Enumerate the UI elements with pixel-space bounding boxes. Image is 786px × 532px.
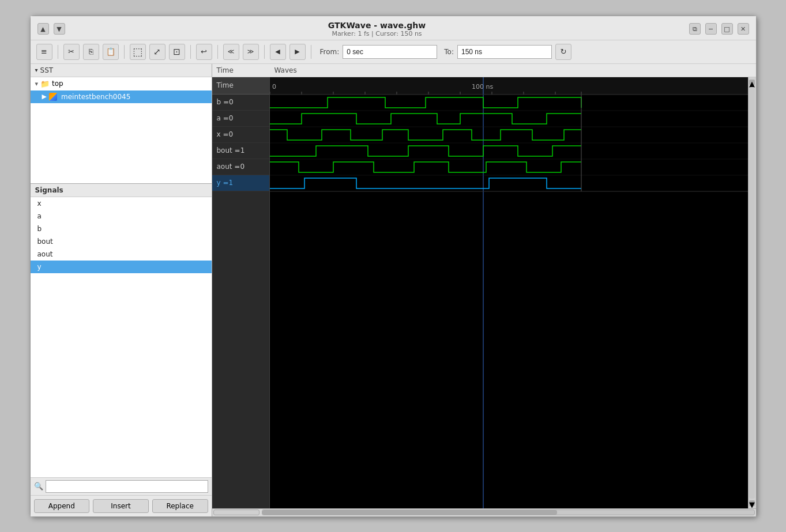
signals-panel-label: Time: [217, 65, 274, 76]
sig-label-bout: bout =1: [212, 143, 269, 159]
to-label: To:: [444, 48, 454, 56]
waves-svg: 0 100 ns: [270, 77, 748, 508]
signal-a[interactable]: a: [31, 210, 212, 222]
sig-label-x: x =0: [212, 127, 269, 143]
time-col-header: Time: [212, 77, 269, 95]
toolbar-sep-5: [264, 45, 265, 59]
search-icon: 🔍: [34, 482, 43, 491]
sig-label-aout: aout =0: [212, 159, 269, 175]
from-input[interactable]: [343, 45, 437, 59]
select-all-btn[interactable]: ⬚: [130, 44, 146, 60]
window-title: GTKWave - wave.ghw: [65, 21, 689, 30]
toolbar: ≡ ✂ ⎘ 📋 ⬚ ⤢ ⊡ ↩ ≪ ≫ ◀ ▶ From: To: ↻: [31, 40, 756, 64]
scroll-up-btn[interactable]: ▲: [749, 80, 755, 85]
svg-text:100 ns: 100 ns: [472, 83, 493, 90]
zoom-fit-btn[interactable]: ⤢: [149, 44, 166, 60]
module-icon: [49, 93, 57, 101]
signals-list: x a b bout aout y: [31, 197, 212, 477]
minimize-btn[interactable]: ─: [705, 23, 717, 35]
sig-label-y: y =1: [212, 175, 269, 191]
horizontal-scrollbar-thumb[interactable]: [262, 510, 558, 515]
titlebar-right: ⧉ ─ □ ✕: [689, 23, 749, 35]
window-subtitle: Marker: 1 fs | Cursor: 150 ns: [65, 30, 689, 37]
toolbar-sep-2: [124, 45, 125, 59]
toolbar-sep-6: [311, 45, 311, 59]
waves-panel-label: Waves: [274, 65, 751, 76]
toolbar-sep-3: [190, 45, 191, 59]
sig-y-label: y =1: [217, 179, 234, 187]
titlebar-up-btn[interactable]: ▲: [37, 23, 49, 35]
main-window: ▲ ▼ GTKWave - wave.ghw Marker: 1 fs | Cu…: [30, 16, 757, 517]
tree-item-testbench[interactable]: ▶ meintestbench0045: [31, 90, 212, 103]
append-button[interactable]: Append: [34, 499, 90, 513]
sig-aout-label: aout =0: [217, 163, 245, 171]
sig-x-label: x =0: [217, 130, 234, 138]
sig-label-a: a =0: [212, 111, 269, 127]
toolbar-sep-4: [217, 45, 218, 59]
waves-title-text: Waves: [274, 66, 297, 74]
sig-b-label: b =0: [217, 98, 234, 106]
zoom-in-btn[interactable]: ⊡: [169, 44, 185, 60]
svg-text:0: 0: [272, 83, 276, 90]
sst-tree: ▾ 📁 top ▶ meintestbench0045: [31, 77, 212, 184]
copy-btn[interactable]: ⎘: [83, 44, 99, 60]
scroll-thumb[interactable]: [749, 87, 755, 499]
tree-item-top[interactable]: ▾ 📁 top: [31, 77, 212, 90]
sig-bout-label: bout =1: [217, 146, 245, 154]
vertical-scrollbar[interactable]: ▲ ▼: [748, 77, 756, 508]
titlebar-center: GTKWave - wave.ghw Marker: 1 fs | Cursor…: [65, 21, 689, 37]
signal-bout[interactable]: bout: [31, 235, 212, 248]
time-label: Time: [217, 81, 234, 89]
search-bar: 🔍: [31, 477, 212, 495]
folder-icon: 📁: [40, 80, 50, 88]
arrow-right-icon: ▶: [42, 93, 47, 100]
svg-rect-0: [270, 77, 748, 508]
search-input[interactable]: [46, 480, 208, 493]
signal-x[interactable]: x: [31, 197, 212, 210]
titlebar-left: ▲ ▼: [37, 23, 65, 35]
signal-b[interactable]: b: [31, 222, 212, 235]
tree-item-label: top: [52, 80, 63, 88]
bottom-scrollbar: [212, 508, 756, 516]
titlebar-down-btn[interactable]: ▼: [54, 23, 65, 35]
signal-y[interactable]: y: [31, 261, 212, 273]
scroll-down-btn[interactable]: ▼: [749, 500, 755, 506]
sig-label-b: b =0: [212, 95, 269, 111]
signal-labels-col: Time b =0 a =0 x =0 bout =1 ao: [212, 77, 270, 508]
to-input[interactable]: [457, 45, 552, 59]
skip-end-btn[interactable]: ≫: [243, 44, 259, 60]
cut-btn[interactable]: ✂: [63, 44, 80, 60]
prev-btn[interactable]: ◀: [270, 44, 286, 60]
titlebar: ▲ ▼ GTKWave - wave.ghw Marker: 1 fs | Cu…: [31, 16, 756, 40]
waves-content: Time b =0 a =0 x =0 bout =1 ao: [212, 77, 756, 508]
horizontal-scrollbar-track[interactable]: [262, 510, 755, 515]
refresh-btn[interactable]: ↻: [555, 44, 571, 60]
sig-a-label: a =0: [217, 114, 234, 122]
action-buttons: Append Insert Replace: [31, 495, 212, 516]
signal-aout[interactable]: aout: [31, 248, 212, 261]
tree-item-label: meintestbench0045: [61, 93, 130, 101]
right-panel: Time Waves Time b =0 a =0 x: [212, 64, 756, 516]
close-btn[interactable]: ✕: [738, 23, 749, 35]
wave-canvas[interactable]: 0 100 ns: [270, 77, 748, 508]
main-area: ▾ SST ▾ 📁 top ▶ meintestbench0045 Signal…: [31, 64, 756, 516]
undo-btn[interactable]: ↩: [196, 44, 212, 60]
from-label: From:: [320, 48, 340, 56]
toolbar-sep-1: [58, 45, 58, 59]
signals-panel-header: Signals: [31, 184, 212, 197]
hamburger-btn[interactable]: ≡: [36, 44, 52, 60]
sst-chevron: ▾: [35, 67, 38, 73]
sst-label: SST: [40, 66, 54, 74]
replace-button[interactable]: Replace: [152, 499, 208, 513]
insert-button[interactable]: Insert: [93, 499, 149, 513]
chevron-down-icon: ▾: [35, 80, 39, 88]
maximize-btn[interactable]: □: [721, 23, 733, 35]
svg-rect-1: [270, 77, 748, 95]
paste-btn[interactable]: 📋: [103, 44, 119, 60]
restore-btn[interactable]: ⧉: [689, 23, 701, 35]
panels-header-row: Time Waves: [212, 64, 756, 77]
skip-start-btn[interactable]: ≪: [223, 44, 239, 60]
left-scroll-area[interactable]: [213, 510, 260, 515]
left-panel: ▾ SST ▾ 📁 top ▶ meintestbench0045 Signal…: [31, 64, 212, 516]
next-btn[interactable]: ▶: [289, 44, 306, 60]
